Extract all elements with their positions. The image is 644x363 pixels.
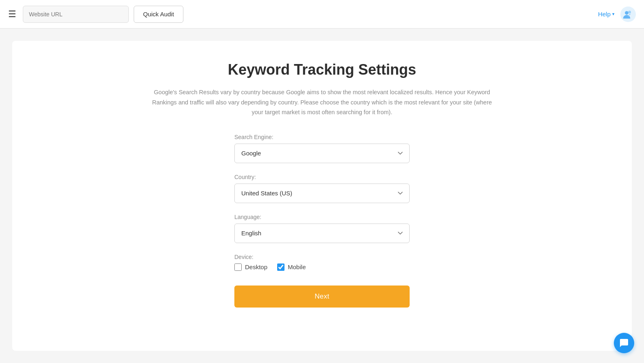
help-button[interactable]: Help ▾ xyxy=(598,11,615,18)
hamburger-icon[interactable]: ☰ xyxy=(8,10,16,19)
mobile-option[interactable]: Mobile xyxy=(277,263,306,271)
desktop-checkbox[interactable] xyxy=(234,263,242,271)
svg-point-0 xyxy=(625,11,629,15)
website-url-input[interactable] xyxy=(23,6,129,23)
page-title: Keyword Tracking Settings xyxy=(228,61,416,78)
country-label: Country: xyxy=(234,174,410,180)
device-group: Device: Desktop Mobile xyxy=(234,254,410,271)
search-engine-select[interactable]: Google Bing Yahoo xyxy=(234,144,410,163)
chat-widget-button[interactable] xyxy=(614,333,634,353)
next-button[interactable]: Next xyxy=(234,286,410,308)
mobile-checkbox[interactable] xyxy=(277,263,285,271)
language-label: Language: xyxy=(234,214,410,220)
avatar[interactable] xyxy=(620,7,636,22)
header-right: Help ▾ xyxy=(598,7,636,22)
help-label: Help xyxy=(598,11,611,18)
device-label: Device: xyxy=(234,254,410,260)
header: ☰ Quick Audit Help ▾ xyxy=(0,0,644,29)
svg-point-1 xyxy=(628,11,631,13)
desktop-option[interactable]: Desktop xyxy=(234,263,267,271)
language-select[interactable]: English Spanish French German xyxy=(234,224,410,243)
settings-card: Keyword Tracking Settings Google's Searc… xyxy=(12,41,632,351)
country-select[interactable]: United States (US) United Kingdom (UK) C… xyxy=(234,184,410,203)
quick-audit-button[interactable]: Quick Audit xyxy=(134,6,183,23)
form-container: Search Engine: Google Bing Yahoo Country… xyxy=(234,134,410,308)
search-engine-label: Search Engine: xyxy=(234,134,410,140)
language-group: Language: English Spanish French German xyxy=(234,214,410,243)
help-chevron-icon: ▾ xyxy=(612,11,615,17)
desktop-label: Desktop xyxy=(245,263,267,270)
search-engine-group: Search Engine: Google Bing Yahoo xyxy=(234,134,410,163)
device-options: Desktop Mobile xyxy=(234,263,410,271)
country-group: Country: United States (US) United Kingd… xyxy=(234,174,410,203)
main-content: Keyword Tracking Settings Google's Searc… xyxy=(0,29,644,363)
mobile-label: Mobile xyxy=(288,263,306,270)
page-description: Google's Search Results vary by country … xyxy=(147,87,497,117)
